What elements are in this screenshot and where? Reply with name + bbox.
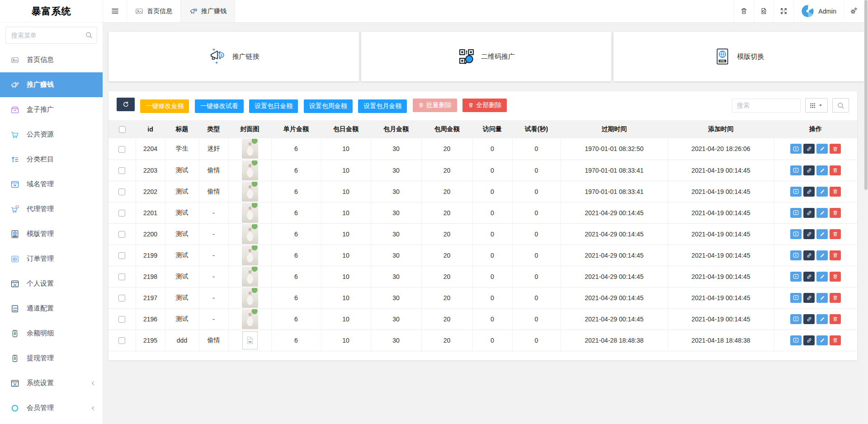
row-delete-button[interactable] <box>830 165 841 175</box>
card-promo-link[interactable]: $ 推广链接 <box>108 32 359 81</box>
button-label: 全部删除 <box>476 101 501 109</box>
row-video-button[interactable] <box>790 293 802 303</box>
row-edit-button[interactable] <box>816 144 828 154</box>
sidebar-item-order[interactable]: 订单管理 <box>0 246 103 271</box>
row-edit-button[interactable] <box>816 335 828 345</box>
card-qrcode-promo[interactable]: 二维码推广 <box>361 32 612 81</box>
sidebar-item-home-info[interactable]: 首页信息 <box>0 47 103 72</box>
row-checkbox[interactable] <box>118 316 125 323</box>
row-edit-button[interactable] <box>816 208 828 218</box>
row-checkbox[interactable] <box>118 273 125 280</box>
cell-preview: 0 <box>512 160 561 181</box>
row-checkbox[interactable] <box>118 337 125 344</box>
header-action-clear-cache[interactable] <box>754 0 774 22</box>
user-menu[interactable]: Admin <box>793 0 844 22</box>
row-link-button[interactable] <box>803 293 815 303</box>
table-search-input[interactable] <box>732 99 801 113</box>
row-video-button[interactable] <box>790 187 802 197</box>
row-delete-button[interactable] <box>830 144 841 154</box>
header-action-fullscreen[interactable] <box>774 0 793 22</box>
row-video-button[interactable] <box>790 335 802 345</box>
row-delete-button[interactable] <box>830 335 841 345</box>
refresh-button[interactable] <box>117 98 135 111</box>
row-video-button[interactable] <box>790 229 802 239</box>
cell-expire-time: 1970-01-01 08:33:41 <box>561 181 668 202</box>
batch-delete-button[interactable]: 批量删除 <box>413 99 457 112</box>
row-link-button[interactable] <box>803 314 815 324</box>
row-link-button[interactable] <box>803 144 815 154</box>
card-template-switch[interactable]: HTML 模版切换 <box>613 32 864 81</box>
order-grid-icon <box>10 254 20 264</box>
row-edit-button[interactable] <box>816 229 828 239</box>
row-checkbox[interactable] <box>118 231 125 238</box>
row-checkbox[interactable] <box>118 146 125 153</box>
select-all-checkbox[interactable] <box>119 126 126 133</box>
delete-all-button[interactable]: 全部删除 <box>462 99 507 112</box>
row-video-button[interactable] <box>790 165 802 175</box>
row-checkbox[interactable] <box>118 210 125 217</box>
sidebar-item-channel[interactable]: $ 通道配置 <box>0 296 103 321</box>
search-icon <box>836 101 845 110</box>
row-checkbox[interactable] <box>118 295 125 302</box>
row-video-button[interactable] <box>790 144 802 154</box>
row-delete-button[interactable] <box>830 187 841 197</box>
cell-day-price: 10 <box>321 160 371 181</box>
row-edit-button[interactable] <box>816 187 828 197</box>
sidebar-item-profile[interactable]: 个人设置 <box>0 271 103 296</box>
row-checkbox[interactable] <box>118 167 125 174</box>
row-link-button[interactable] <box>803 272 815 282</box>
sidebar-item-member[interactable]: 会员管理 <box>0 396 103 420</box>
tab-label: 首页信息 <box>147 7 172 15</box>
edit-amount-button[interactable]: 一键修改金额 <box>140 99 189 113</box>
sidebar-item-agent[interactable]: 代理管理 <box>0 197 103 221</box>
set-week-amount-button[interactable]: 设置包周金额 <box>304 99 353 113</box>
sidebar-item-template[interactable]: HTML 模版管理 <box>0 221 103 246</box>
row-delete-button[interactable] <box>830 314 841 324</box>
row-edit-button[interactable] <box>816 293 828 303</box>
row-edit-button[interactable] <box>816 165 828 175</box>
sidebar-item-withdraw[interactable]: $ 提现管理 <box>0 346 103 371</box>
set-day-amount-button[interactable]: 设置包日金额 <box>249 99 298 113</box>
row-delete-button[interactable] <box>830 229 841 239</box>
tab-home-info[interactable]: 首页信息 <box>127 0 181 22</box>
menu-toggle-button[interactable] <box>103 0 127 22</box>
row-checkbox[interactable] <box>118 252 125 259</box>
scrollbar-thumb[interactable] <box>864 0 868 190</box>
table-panel: 一键修改金额 一键修改试看 设置包日金额 设置包周金额 设置包月金额 批量删除 … <box>108 91 857 360</box>
sidebar-item-system[interactable]: 系统设置 <box>0 371 103 396</box>
row-link-button[interactable] <box>803 250 815 260</box>
row-video-button[interactable] <box>790 250 802 260</box>
sidebar-item-category[interactable]: 分类栏目 <box>0 147 103 172</box>
row-delete-button[interactable] <box>830 272 841 282</box>
column-toggle-button[interactable] <box>805 98 828 113</box>
edit-preview-button[interactable]: 一键修改试看 <box>195 99 244 113</box>
row-link-button[interactable] <box>803 229 815 239</box>
row-link-button[interactable] <box>803 187 815 197</box>
row-video-button[interactable] <box>790 272 802 282</box>
row-edit-button[interactable] <box>816 272 828 282</box>
row-video-button[interactable] <box>790 208 802 218</box>
sidebar-item-promo-earn[interactable]: $ 推广赚钱 <box>0 72 103 97</box>
tab-promo-earn[interactable]: $ 推广赚钱 <box>181 0 235 22</box>
tools-window-icon <box>10 279 20 288</box>
sidebar-item-domain[interactable]: w 域名管理 <box>0 172 103 197</box>
row-edit-button[interactable] <box>816 314 828 324</box>
sidebar-search-input[interactable] <box>5 27 97 44</box>
sidebar-item-box-promo[interactable]: 盒子推广 <box>0 97 103 122</box>
row-video-button[interactable] <box>790 314 802 324</box>
row-link-button[interactable] <box>803 335 815 345</box>
header-action-trash[interactable] <box>734 0 754 22</box>
row-link-button[interactable] <box>803 208 815 218</box>
sidebar-item-public-res[interactable]: 公共资源 <box>0 122 103 147</box>
row-edit-button[interactable] <box>816 250 828 260</box>
sidebar-item-balance[interactable]: $ 余额明细 <box>0 321 103 346</box>
card-label: 二维码推广 <box>481 52 515 61</box>
row-link-button[interactable] <box>803 165 815 175</box>
table-search-button[interactable] <box>832 98 849 113</box>
set-month-amount-button[interactable]: 设置包月金额 <box>358 99 407 113</box>
row-delete-button[interactable] <box>830 208 841 218</box>
header-action-settings[interactable] <box>844 0 863 22</box>
row-delete-button[interactable] <box>830 250 841 260</box>
row-checkbox[interactable] <box>118 188 125 195</box>
row-delete-button[interactable] <box>830 293 841 303</box>
